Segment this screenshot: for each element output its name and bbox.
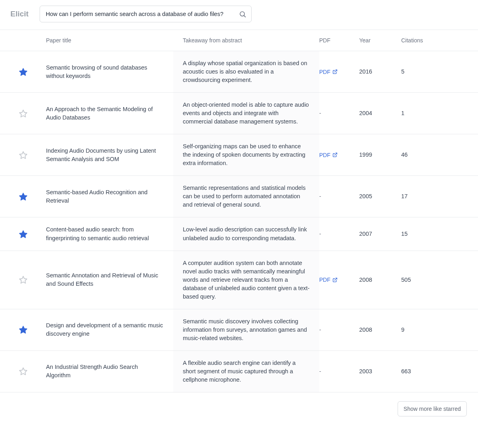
abstract-takeaway: An object-oriented model is able to capt… (183, 101, 310, 126)
star-button[interactable] (18, 229, 28, 239)
col-header-takeaway[interactable]: Takeaway from abstract (183, 36, 242, 44)
paper-citations: 5 (401, 68, 404, 76)
paper-title[interactable]: Content-based audio search: from fingerp… (46, 225, 164, 242)
external-link-icon (332, 277, 338, 283)
abstract-takeaway: Self-organizing maps can be used to enha… (183, 142, 310, 167)
table-row: An Approach to the Semantic Modeling of … (0, 92, 478, 134)
pdf-empty: - (319, 367, 321, 376)
pdf-empty: - (319, 230, 321, 238)
abstract-takeaway: Low-level audio description can successf… (183, 225, 310, 242)
paper-title[interactable]: Design and development of a semantic mus… (46, 321, 164, 338)
paper-citations: 9 (401, 326, 404, 334)
star-button[interactable] (18, 150, 28, 160)
table-row: Semantic Annotation and Retrieval of Mus… (0, 251, 478, 309)
star-button[interactable] (18, 325, 28, 335)
svg-marker-7 (19, 193, 26, 200)
star-icon (19, 367, 28, 376)
star-icon (19, 151, 28, 159)
svg-line-10 (334, 278, 337, 280)
table-row: Design and development of a semantic mus… (0, 309, 478, 350)
external-link-icon (332, 69, 338, 74)
star-button[interactable] (18, 108, 28, 119)
abstract-takeaway: A computer audition system can both anno… (183, 259, 310, 301)
paper-year: 2008 (359, 326, 372, 334)
svg-marker-4 (19, 110, 26, 117)
abstract-takeaway: Semantic representations and statistical… (183, 184, 310, 209)
paper-citations: 17 (401, 192, 408, 201)
table-row: An Industrial Strength Audio Search Algo… (0, 350, 478, 392)
pdf-link[interactable]: PDF (319, 151, 338, 159)
paper-year: 2008 (359, 276, 372, 284)
results-table: Paper title Takeaway from abstract PDF Y… (0, 30, 478, 392)
paper-title[interactable]: Semantic Annotation and Retrieval of Mus… (46, 271, 164, 288)
star-icon (19, 325, 28, 334)
paper-citations: 663 (401, 367, 411, 376)
svg-line-3 (334, 70, 337, 72)
table-row: Semantic browsing of sound databases wit… (0, 51, 478, 92)
table-header: Paper title Takeaway from abstract PDF Y… (0, 30, 478, 51)
pdf-empty: - (319, 326, 321, 334)
paper-year: 2003 (359, 367, 372, 376)
top-bar: Elicit (0, 0, 478, 30)
paper-title[interactable]: Indexing Audio Documents by using Latent… (46, 147, 164, 163)
paper-citations: 505 (401, 276, 411, 284)
logo: Elicit (10, 8, 28, 20)
svg-marker-12 (19, 368, 26, 374)
footer: Show more like starred (0, 392, 478, 425)
col-header-pdf[interactable]: PDF (319, 36, 330, 44)
paper-year: 2005 (359, 192, 372, 201)
svg-marker-2 (19, 68, 26, 75)
svg-marker-8 (19, 231, 26, 237)
star-icon (19, 68, 28, 76)
col-header-title[interactable]: Paper title (46, 36, 71, 44)
abstract-takeaway: A flexible audio search engine can ident… (183, 359, 310, 384)
col-header-year[interactable]: Year (359, 36, 370, 44)
star-button[interactable] (18, 191, 28, 202)
paper-year: 2004 (359, 109, 372, 117)
paper-year: 2016 (359, 68, 372, 76)
star-button[interactable] (18, 275, 28, 285)
svg-marker-9 (19, 276, 26, 283)
paper-citations: 15 (401, 230, 408, 238)
svg-line-6 (334, 153, 337, 155)
search-button[interactable] (236, 7, 249, 21)
star-icon (19, 230, 28, 239)
search-icon (239, 10, 246, 18)
paper-citations: 46 (401, 151, 408, 159)
pdf-empty: - (319, 109, 321, 117)
star-icon (19, 275, 28, 284)
paper-year: 2007 (359, 230, 372, 238)
star-button[interactable] (18, 67, 28, 77)
show-more-like-starred-button[interactable]: Show more like starred (398, 401, 467, 416)
pdf-empty: - (319, 192, 321, 201)
star-icon (19, 192, 28, 201)
table-row: Content-based audio search: from fingerp… (0, 217, 478, 250)
star-icon (19, 109, 28, 118)
svg-marker-5 (19, 151, 26, 158)
external-link-icon (332, 152, 338, 157)
svg-line-1 (244, 15, 246, 17)
paper-title[interactable]: Semantic-based Audio Recognition and Ret… (46, 188, 164, 205)
search-input[interactable] (40, 6, 252, 22)
paper-year: 1999 (359, 151, 372, 159)
star-button[interactable] (18, 366, 28, 376)
paper-citations: 1 (401, 109, 404, 117)
paper-title[interactable]: An Approach to the Semantic Modeling of … (46, 105, 164, 122)
col-header-citations[interactable]: Citations (401, 36, 423, 44)
pdf-link[interactable]: PDF (319, 276, 338, 284)
pdf-link[interactable]: PDF (319, 68, 338, 76)
abstract-takeaway: Semantic music discovery involves collec… (183, 317, 310, 342)
table-row: Semantic-based Audio Recognition and Ret… (0, 175, 478, 217)
abstract-takeaway: A display whose spatial organization is … (183, 59, 310, 84)
table-row: Indexing Audio Documents by using Latent… (0, 134, 478, 175)
paper-title[interactable]: Semantic browsing of sound databases wit… (46, 64, 164, 80)
search-box (40, 6, 252, 22)
paper-title[interactable]: An Industrial Strength Audio Search Algo… (46, 363, 164, 380)
svg-marker-11 (19, 326, 26, 333)
